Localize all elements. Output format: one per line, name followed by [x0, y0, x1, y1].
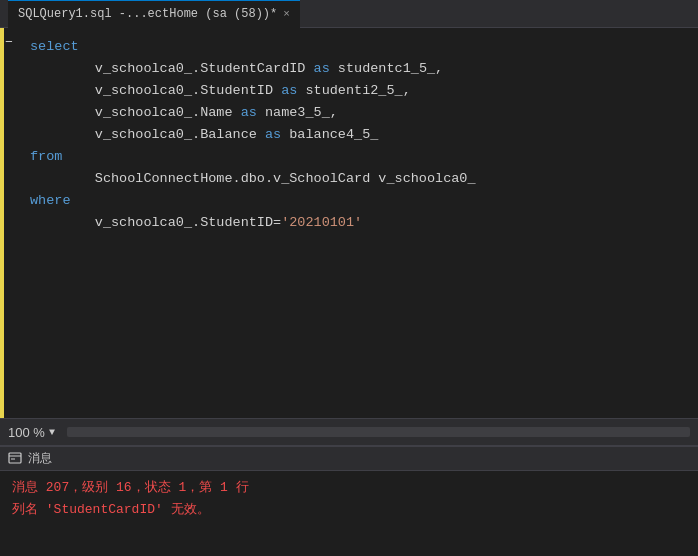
alias-3: name3_5_,	[257, 105, 338, 120]
messages-title: 消息	[28, 450, 52, 467]
code-line-2: v_schoolca0_.StudentID	[95, 83, 281, 98]
horizontal-scrollbar[interactable]	[67, 427, 690, 437]
tab-label: SQLQuery1.sql -...ectHome (sa (58))*	[18, 7, 277, 21]
where-condition: v_schoolca0_.StudentID=	[95, 215, 281, 230]
alias-2: studenti2_5_,	[297, 83, 410, 98]
code-gutter: −	[0, 28, 14, 418]
as-keyword-1: as	[314, 61, 330, 76]
alias-1: studentc1_5_,	[330, 61, 443, 76]
code-line-3: v_schoolca0_.Name	[95, 105, 241, 120]
code-line-4: v_schoolca0_.Balance	[95, 127, 265, 142]
messages-panel: 消息 消息 207，级别 16，状态 1，第 1 行 列名 'StudentCa…	[0, 446, 698, 556]
zoom-bar: 100 % ▼	[0, 418, 698, 446]
svg-rect-0	[9, 453, 21, 463]
keyword-select: select	[30, 39, 79, 54]
messages-icon	[8, 452, 22, 466]
string-value: '20210101'	[281, 215, 362, 230]
as-keyword-4: as	[265, 127, 281, 142]
message-line-2: 列名 'StudentCardID' 无效。	[12, 499, 686, 521]
zoom-value: 100 %	[8, 425, 45, 440]
title-bar: SQLQuery1.sql -...ectHome (sa (58))* ×	[0, 0, 698, 28]
code-editor[interactable]: select v_schoolca0_.StudentCardID as stu…	[14, 28, 698, 418]
keyword-from: from	[30, 149, 62, 164]
messages-header: 消息	[0, 447, 698, 471]
as-keyword-3: as	[241, 105, 257, 120]
message-line-1: 消息 207，级别 16，状态 1，第 1 行	[12, 477, 686, 499]
messages-content: 消息 207，级别 16，状态 1，第 1 行 列名 'StudentCardI…	[0, 471, 698, 527]
as-keyword-2: as	[281, 83, 297, 98]
editor-container: − select v_schoolca0_.StudentCardID as s…	[0, 28, 698, 418]
alias-4: balance4_5_	[281, 127, 378, 142]
editor-tab[interactable]: SQLQuery1.sql -...ectHome (sa (58))* ×	[8, 0, 300, 28]
keyword-where: where	[30, 193, 71, 208]
code-line-1: v_schoolca0_.StudentCardID	[95, 61, 314, 76]
tab-close-button[interactable]: ×	[283, 8, 290, 20]
zoom-dropdown-arrow[interactable]: ▼	[49, 427, 55, 438]
message-svg-icon	[8, 452, 22, 466]
from-table: SchoolConnectHome.dbo.v_SchoolCard v_sch…	[95, 171, 476, 186]
collapse-icon[interactable]: −	[2, 36, 16, 50]
